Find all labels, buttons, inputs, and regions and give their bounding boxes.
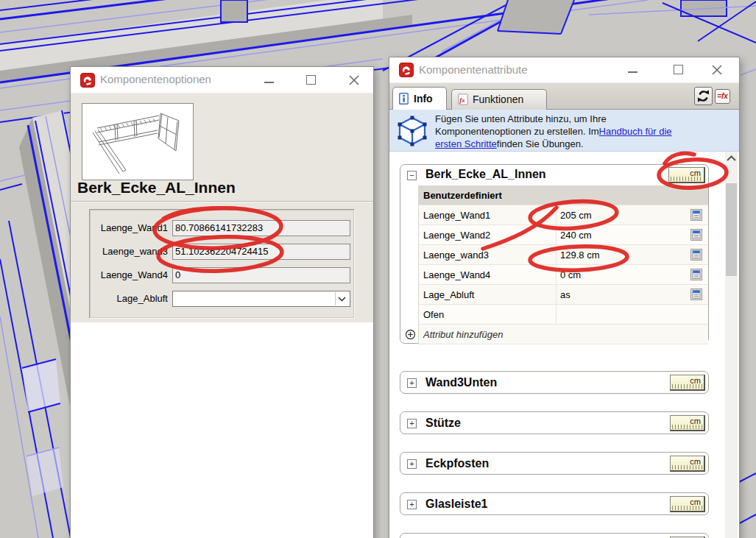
ruler-ticks — [672, 506, 702, 510]
banner-text-after: finden Sie Übungen. — [497, 138, 584, 149]
group-header-row: Benutzerdefiniert — [419, 185, 708, 205]
fx-page-icon: fx — [458, 93, 468, 105]
options-maximize-button[interactable] — [300, 67, 322, 92]
dropdown-button[interactable] — [335, 292, 349, 305]
add-attribute-row[interactable]: Attribut hinzufügen — [419, 325, 708, 344]
attribute-table: Benutzerdefiniert Laenge_Wand1 205 cm — [418, 185, 708, 344]
tab-funktionen[interactable]: fx Funktionen — [451, 89, 547, 110]
chevron-up-icon — [727, 155, 736, 161]
expand-icon[interactable]: + — [407, 500, 417, 509]
attribute-row[interactable]: Laenge_Wand4 0 cm — [419, 265, 708, 285]
attr-value[interactable]: as — [560, 289, 570, 300]
attribute-details-icon[interactable] — [690, 249, 702, 261]
section-berk-ecke-al-innen: − Berk_Ecke_AL_Innen cm Benutzerdefinier… — [400, 164, 709, 344]
attr-value[interactable]: 0 cm — [560, 269, 581, 280]
field-label-laenge-wand3: Laenge_wand3 — [90, 246, 168, 257]
options-titlebar[interactable]: Komponentenoptionen — [71, 67, 373, 93]
section-glasleiste1: + Glasleiste1 cm — [400, 492, 709, 515]
units-ruler-badge[interactable]: cm — [668, 167, 705, 183]
close-icon — [711, 64, 723, 76]
sketchup-viewport: Komponentenoptionen — [0, 0, 756, 538]
attr-value[interactable]: 240 cm — [560, 230, 592, 241]
sketchup-logo-icon — [399, 63, 414, 77]
component-preview-thumbnail — [82, 103, 194, 180]
laenge-wand1-input[interactable]: 80.70866141732283 — [172, 220, 350, 236]
section-stuetze: + Stütze cm — [400, 411, 709, 434]
lage-abluft-dropdown[interactable] — [172, 291, 350, 307]
tab-info[interactable]: Info — [392, 87, 447, 110]
section-title: Wand3Unten — [425, 376, 497, 389]
attr-value[interactable]: 129.8 cm — [560, 249, 599, 261]
svg-text:fx: fx — [459, 96, 465, 104]
banner-text-before: Fügen Sie unten Attribute hinzu, um Ihre… — [435, 113, 607, 137]
attribute-row[interactable]: Lage_Abluft as — [419, 285, 708, 305]
attr-label: Laenge_Wand4 — [423, 269, 490, 280]
attribute-row[interactable]: Ofen — [419, 305, 708, 325]
ruler-ticks — [672, 384, 702, 389]
info-page-icon — [399, 93, 409, 105]
refresh-button[interactable] — [694, 87, 713, 105]
section-title: Eckpfosten — [425, 457, 489, 470]
expand-icon[interactable]: + — [407, 378, 417, 388]
attribute-details-icon[interactable] — [690, 229, 702, 241]
field-label-laenge-wand4: Laenge_Wand4 — [90, 269, 168, 280]
attribute-row[interactable]: Laenge_wand3 129.8 cm — [419, 245, 708, 265]
attributes-maximize-button[interactable] — [668, 57, 690, 82]
info-banner: Fügen Sie unten Attribute hinzu, um Ihre… — [389, 110, 739, 152]
units-ruler-badge[interactable]: cm — [670, 415, 705, 431]
close-icon — [348, 74, 360, 86]
vertical-scrollbar[interactable] — [725, 152, 738, 538]
attr-value[interactable]: 205 cm — [560, 210, 592, 221]
units-ruler-badge[interactable]: cm — [670, 456, 705, 472]
options-form-groupbox: Laenge_Wand1 80.70866141732283 Laenge_wa… — [89, 209, 355, 319]
collapse-icon[interactable]: − — [407, 171, 417, 180]
section-wand3unten: + Wand3Unten cm — [400, 371, 709, 394]
tab-info-label: Info — [414, 93, 433, 105]
options-window-title: Komponentenoptionen — [100, 73, 211, 85]
units-ruler-badge[interactable]: cm — [670, 496, 705, 512]
attribute-row[interactable]: Laenge_Wand2 240 cm — [419, 225, 708, 245]
attribute-details-icon[interactable] — [690, 269, 702, 280]
options-close-button[interactable] — [343, 67, 365, 92]
component-options-window: Komponentenoptionen — [70, 66, 374, 538]
attribute-details-icon[interactable] — [690, 289, 702, 300]
tab-funktionen-label: Funktionen — [473, 93, 523, 105]
attribute-row[interactable]: Laenge_Wand1 205 cm — [419, 205, 708, 225]
section-eckpfosten: + Eckpfosten cm — [400, 452, 709, 475]
attributes-titlebar[interactable]: Komponentenattribute — [389, 57, 739, 83]
attr-label: Laenge_Wand2 — [423, 230, 490, 241]
laenge-wand3-input[interactable]: 51.102362204724415 — [172, 244, 350, 260]
attr-label: Laenge_Wand1 — [423, 210, 490, 221]
ruler-ticks — [672, 425, 702, 429]
scrollbar-thumb[interactable] — [726, 183, 737, 276]
field-label-lage-abluft: Lage_Abluft — [90, 293, 168, 304]
ruler-ticks — [672, 465, 702, 470]
attribute-details-icon[interactable] — [690, 209, 702, 221]
section-title: Glasleiste1 — [425, 498, 488, 511]
add-attribute-label: Attribut hinzufügen — [423, 329, 503, 340]
attributes-close-button[interactable] — [706, 57, 728, 82]
options-header-panel: Berk_Ecke_AL_Innen Laenge_Wand1 80.70866… — [71, 93, 373, 322]
section-partial-bottom: + Eckpfosten cm — [400, 533, 709, 538]
laenge-wand4-input[interactable]: 0 — [172, 267, 350, 283]
sketchup-logo-icon — [80, 73, 95, 88]
toggle-formula-button[interactable]: =fx — [715, 89, 730, 104]
attributes-window-title: Komponentenattribute — [419, 63, 528, 76]
attr-label: Lage_Abluft — [423, 289, 474, 300]
section-title: Berk_Ecke_AL_Innen — [425, 168, 546, 181]
expand-icon[interactable]: + — [407, 419, 417, 428]
scroll-up-button[interactable] — [725, 152, 738, 165]
units-ruler-badge[interactable]: cm — [670, 375, 705, 391]
expand-icon[interactable]: + — [407, 459, 417, 469]
banner-text: Fügen Sie unten Attribute hinzu, um Ihre… — [435, 113, 691, 150]
options-minimize-button[interactable] — [258, 67, 280, 92]
group-header-label: Benutzerdefiniert — [423, 190, 502, 201]
dynamic-component-cube-icon — [395, 114, 429, 148]
divider — [71, 201, 373, 202]
component-name-heading: Berk_Ecke_AL_Innen — [77, 179, 236, 197]
field-label-laenge-wand1: Laenge_Wand1 — [90, 222, 168, 233]
add-attribute-plus-icon[interactable] — [405, 329, 416, 340]
attributes-minimize-button[interactable] — [622, 57, 644, 82]
attributes-tabstrip: Info fx Funktionen =fx — [389, 83, 739, 110]
chevron-down-icon — [338, 297, 346, 302]
